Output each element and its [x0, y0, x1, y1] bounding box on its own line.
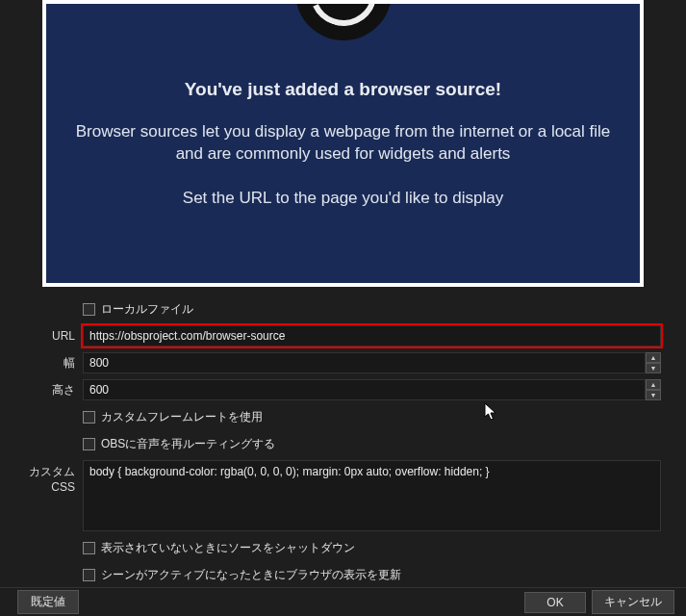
preview-body: Browser sources let you display a webpag… [75, 121, 611, 166]
custom-fps-checkbox[interactable]: カスタムフレームレートを使用 [83, 409, 263, 425]
shutdown-checkbox-input[interactable] [83, 542, 95, 554]
url-label: URL [8, 329, 83, 343]
width-label: 幅 [8, 355, 83, 372]
custom-fps-label: カスタムフレームレートを使用 [101, 409, 263, 425]
width-input[interactable] [83, 352, 646, 373]
local-file-label: ローカルファイル [101, 301, 193, 318]
dialog-button-bar: 既定値 OK キャンセル [0, 587, 686, 616]
height-step-up[interactable]: ▲ [646, 379, 661, 390]
reroute-audio-checkbox[interactable]: OBSに音声を再ルーティングする [83, 436, 275, 452]
ok-button[interactable]: OK [524, 592, 586, 613]
height-input[interactable] [83, 379, 646, 400]
browser-preview-frame: You've just added a browser source! Brow… [42, 0, 644, 287]
local-file-checkbox-input[interactable] [83, 303, 95, 316]
local-file-checkbox[interactable]: ローカルファイル [83, 301, 193, 318]
custom-css-input[interactable] [83, 460, 661, 531]
reroute-audio-checkbox-input[interactable] [83, 438, 95, 450]
custom-fps-checkbox-input[interactable] [83, 411, 95, 424]
defaults-button[interactable]: 既定値 [17, 590, 79, 614]
shutdown-checkbox[interactable]: 表示されていないときにソースをシャットダウン [83, 540, 355, 556]
width-step-up[interactable]: ▲ [646, 352, 661, 363]
custom-css-label: カスタム CSS [8, 460, 83, 494]
url-input[interactable] [83, 325, 661, 346]
obs-logo-icon [295, 4, 392, 40]
preview-title: You've just added a browser source! [185, 79, 501, 100]
height-label: 高さ [8, 382, 83, 398]
cancel-button[interactable]: キャンセル [592, 590, 674, 614]
properties-form: ローカルファイル URL 幅 ▲ ▼ 高さ ▲ [8, 298, 661, 612]
refresh-active-label: シーンがアクティブになったときにブラウザの表示を更新 [101, 567, 401, 583]
preview-footer: Set the URL to the page you'd like to di… [183, 189, 503, 208]
refresh-active-checkbox[interactable]: シーンがアクティブになったときにブラウザの表示を更新 [83, 567, 401, 583]
refresh-active-checkbox-input[interactable] [83, 569, 95, 581]
width-step-down[interactable]: ▼ [646, 363, 661, 373]
shutdown-label: 表示されていないときにソースをシャットダウン [101, 540, 355, 556]
height-step-down[interactable]: ▼ [646, 390, 661, 400]
browser-preview-content: You've just added a browser source! Brow… [46, 4, 640, 283]
reroute-audio-label: OBSに音声を再ルーティングする [101, 436, 275, 452]
